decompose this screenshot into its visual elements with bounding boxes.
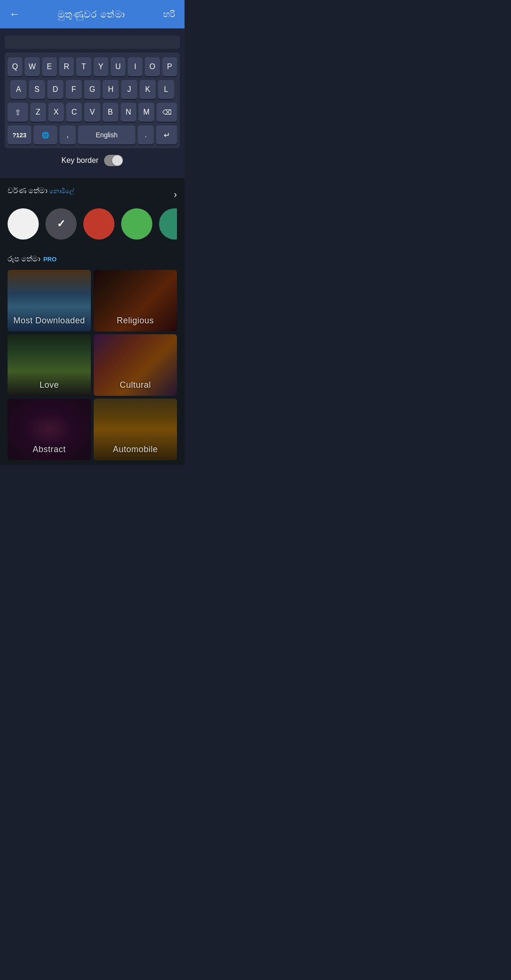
theme-love-bg: Love bbox=[8, 334, 91, 396]
comma-key[interactable]: , bbox=[60, 125, 76, 144]
done-button[interactable]: හරි bbox=[163, 9, 175, 19]
key-a[interactable]: A bbox=[10, 80, 26, 99]
theme-religious-bg: Religious bbox=[94, 270, 177, 331]
color-teal[interactable] bbox=[159, 208, 177, 240]
enter-key[interactable]: ↵ bbox=[156, 125, 177, 144]
toggle-knob bbox=[112, 155, 123, 166]
key-border-label: Key border bbox=[62, 156, 98, 165]
key-g[interactable]: G bbox=[84, 80, 100, 99]
key-h[interactable]: H bbox=[103, 80, 119, 99]
pro-badge: PRO bbox=[43, 256, 56, 263]
app-header: ← මුතුණුවර තේමා හරි bbox=[0, 0, 185, 28]
keyboard-preview-bar bbox=[5, 36, 180, 49]
image-theme-title: රූප තේමාPRO bbox=[8, 255, 177, 263]
theme-automobile[interactable]: Automobile bbox=[94, 399, 177, 460]
key-t[interactable]: T bbox=[76, 57, 91, 76]
key-z[interactable]: Z bbox=[30, 103, 46, 122]
theme-most-downloaded-bg: Most Downloaded bbox=[8, 270, 91, 331]
key-row-1: Q W E R T Y U I O P bbox=[8, 57, 177, 76]
key-u[interactable]: U bbox=[111, 57, 125, 76]
theme-cultural-bg: Cultural bbox=[94, 334, 177, 396]
theme-love[interactable]: Love bbox=[8, 334, 91, 396]
key-s[interactable]: S bbox=[29, 80, 45, 99]
key-n[interactable]: N bbox=[121, 103, 136, 122]
keyboard-section: Q W E R T Y U I O P A S D F G H J K L ⇧ … bbox=[0, 28, 185, 178]
back-button[interactable]: ← bbox=[9, 8, 20, 20]
color-red[interactable] bbox=[83, 208, 115, 240]
key-row-2: A S D F G H J K L bbox=[8, 80, 177, 99]
key-b[interactable]: B bbox=[103, 103, 118, 122]
theme-most-downloaded[interactable]: Most Downloaded bbox=[8, 270, 91, 331]
key-d[interactable]: D bbox=[47, 80, 63, 99]
key-p[interactable]: P bbox=[162, 57, 177, 76]
theme-abstract-label: Abstract bbox=[33, 445, 66, 454]
key-i[interactable]: I bbox=[128, 57, 142, 76]
keyboard-container: Q W E R T Y U I O P A S D F G H J K L ⇧ … bbox=[5, 53, 180, 148]
key-o[interactable]: O bbox=[145, 57, 159, 76]
theme-abstract-bg: Abstract bbox=[8, 399, 91, 460]
color-theme-section: වර්ණ තේමානොමිලේ › ✓ bbox=[0, 178, 185, 247]
key-e[interactable]: E bbox=[42, 57, 57, 76]
page-title: මුතුණුවර තේමා bbox=[58, 9, 125, 20]
theme-religious-label: Religious bbox=[117, 316, 154, 326]
key-x[interactable]: X bbox=[48, 103, 64, 122]
key-w[interactable]: W bbox=[25, 57, 39, 76]
selected-check: ✓ bbox=[57, 218, 65, 230]
theme-grid: Most Downloaded Religious Love Cultural … bbox=[8, 270, 177, 460]
key-k[interactable]: K bbox=[140, 80, 156, 99]
color-white[interactable] bbox=[8, 208, 39, 240]
theme-abstract[interactable]: Abstract bbox=[8, 399, 91, 460]
color-section-chevron[interactable]: › bbox=[174, 189, 177, 200]
color-theme-title: වර්ණ තේමානොමිලේ bbox=[8, 187, 74, 195]
theme-religious[interactable]: Religious bbox=[94, 270, 177, 331]
color-green[interactable] bbox=[121, 208, 152, 240]
theme-automobile-bg: Automobile bbox=[94, 399, 177, 460]
key-c[interactable]: C bbox=[66, 103, 82, 122]
key-row-3: ⇧ Z X C V B N M ⌫ bbox=[8, 103, 177, 122]
key-f[interactable]: F bbox=[66, 80, 82, 99]
color-dark-gray[interactable]: ✓ bbox=[45, 208, 77, 240]
space-key[interactable]: English bbox=[78, 125, 135, 144]
num-sym-key[interactable]: ?123 bbox=[8, 125, 31, 144]
theme-cultural-label: Cultural bbox=[120, 380, 151, 390]
key-l[interactable]: L bbox=[158, 80, 174, 99]
theme-love-label: Love bbox=[39, 380, 59, 390]
key-y[interactable]: Y bbox=[94, 57, 108, 76]
key-r[interactable]: R bbox=[59, 57, 74, 76]
image-theme-section: රූප තේමාPRO Most Downloaded Religious Lo… bbox=[0, 247, 185, 465]
shift-key[interactable]: ⇧ bbox=[8, 103, 28, 122]
period-key[interactable]: . bbox=[138, 125, 154, 144]
key-v[interactable]: V bbox=[84, 103, 100, 122]
globe-key[interactable]: 🌐 bbox=[34, 125, 57, 144]
backspace-key[interactable]: ⌫ bbox=[157, 103, 177, 122]
key-m[interactable]: M bbox=[139, 103, 154, 122]
key-q[interactable]: Q bbox=[8, 57, 22, 76]
key-j[interactable]: J bbox=[121, 80, 137, 99]
key-border-row: Key border bbox=[5, 148, 180, 171]
key-row-4: ?123 🌐 , English . ↵ bbox=[8, 125, 177, 144]
color-theme-link[interactable]: නොමිලේ bbox=[49, 187, 74, 195]
theme-automobile-label: Automobile bbox=[113, 445, 158, 454]
color-palette: ✓ bbox=[8, 208, 177, 242]
key-border-toggle[interactable] bbox=[104, 155, 123, 166]
theme-cultural[interactable]: Cultural bbox=[94, 334, 177, 396]
theme-most-downloaded-label: Most Downloaded bbox=[13, 316, 85, 326]
